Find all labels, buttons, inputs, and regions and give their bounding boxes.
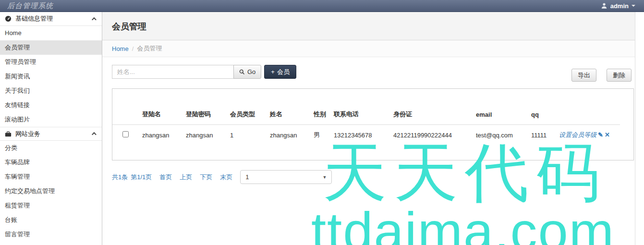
page-select-value: 1	[245, 173, 249, 181]
total-count: 共1条	[112, 173, 128, 182]
col-header-login-name: 登陆名	[138, 106, 182, 125]
delete-x-icon[interactable]: ✕	[605, 131, 610, 138]
sidebar-group-label: 基础信息管理	[15, 14, 53, 23]
col-header-email: email	[472, 106, 527, 125]
go-label: Go	[247, 68, 255, 75]
scrollbar[interactable]	[635, 12, 644, 245]
chevron-up-icon	[92, 17, 97, 22]
first-page-link[interactable]: 首页	[159, 173, 172, 182]
sidebar-item-vehicles[interactable]: 车辆管理	[0, 170, 102, 184]
search-go-button[interactable]: Go	[233, 65, 261, 79]
cell-phone: 13212345678	[330, 125, 389, 144]
col-header-member-type: 会员类型	[226, 106, 266, 125]
cell-gender: 男	[310, 125, 330, 144]
col-header-id-card: 身份证	[389, 106, 472, 125]
cell-login-password: zhangsan	[182, 125, 226, 144]
sidebar-group-label: 网站业务	[15, 130, 40, 138]
sidebar-item-home[interactable]: Home	[0, 26, 102, 40]
select-caret-icon: ▼	[322, 175, 327, 180]
col-header-qq: qq	[527, 106, 555, 125]
cell-member-type: 1	[226, 125, 266, 144]
sidebar-item-admins[interactable]: 管理员管理	[0, 55, 102, 69]
col-header-phone: 联系电话	[330, 106, 389, 125]
pagination: 共1条 第1/1页 首页 上页 下页 末页 1 ▼	[112, 170, 634, 184]
plus-icon: +	[271, 68, 275, 75]
cell-name: zhangsan	[266, 125, 310, 144]
col-header-actions	[555, 106, 620, 125]
col-header-login-password: 登陆密码	[182, 106, 226, 125]
page-header: 会员管理	[102, 12, 635, 40]
last-page-link[interactable]: 末页	[220, 173, 232, 182]
sidebar-item-categories[interactable]: 分类	[0, 141, 102, 155]
cell-id-card: 42122119990222444	[389, 125, 472, 144]
breadcrumb-current: 会员管理	[137, 44, 162, 53]
header-checkbox-col	[112, 106, 138, 125]
delete-button[interactable]: 删除	[607, 69, 632, 82]
briefcase-icon	[5, 131, 12, 137]
set-member-level-link[interactable]: 设置会员等级	[559, 131, 596, 138]
user-icon	[601, 2, 608, 9]
toolbar-right: 导出 删除	[571, 69, 632, 82]
sidebar-item-members[interactable]: 会员管理	[0, 40, 102, 55]
dashboard-icon	[5, 15, 12, 22]
sidebar-item-news[interactable]: 新闻资讯	[0, 69, 102, 84]
add-member-label: 会员	[277, 68, 290, 76]
page-select[interactable]: 1 ▼	[240, 170, 332, 184]
toolbar: Go + 会员 导出 删除	[112, 65, 634, 82]
breadcrumb-home-link[interactable]: Home	[112, 45, 129, 52]
col-header-name: 姓名	[266, 106, 310, 125]
sidebar-item-trade-locations[interactable]: 约定交易地点管理	[0, 184, 102, 198]
sidebar-item-links[interactable]: 友情链接	[0, 98, 102, 112]
members-table-panel: 登陆名 登陆密码 会员类型 姓名 性别 联系电话 身份证 email qq	[112, 88, 634, 160]
sidebar-group-site-business[interactable]: 网站业务	[0, 127, 102, 141]
chevron-down-icon	[632, 5, 635, 7]
breadcrumb: Home / 会员管理	[102, 40, 635, 57]
table-header-row: 登陆名 登陆密码 会员类型 姓名 性别 联系电话 身份证 email qq	[112, 106, 620, 125]
sidebar-item-carousel[interactable]: 滚动图片	[0, 112, 102, 127]
sidebar: 基础信息管理 Home 会员管理 管理员管理 新闻资讯 关于我们 友情链接 滚动…	[0, 12, 102, 245]
next-page-link[interactable]: 下页	[200, 173, 212, 182]
col-header-gender: 性别	[310, 106, 330, 125]
sidebar-group-basic-info[interactable]: 基础信息管理	[0, 12, 102, 26]
table-row: zhangsan zhangsan 1 zhangsan 男 132123456…	[112, 125, 620, 144]
prev-page-link[interactable]: 上页	[180, 173, 192, 182]
top-navbar: 后台管理系统 admin	[0, 0, 644, 12]
edit-pencil-icon[interactable]: ✎	[598, 131, 603, 138]
username: admin	[610, 2, 629, 10]
breadcrumb-separator: /	[132, 45, 134, 52]
sidebar-item-rentals[interactable]: 租赁管理	[0, 198, 102, 213]
sidebar-item-ledger[interactable]: 台账	[0, 213, 102, 227]
content-area: Go + 会员 导出 删除	[102, 57, 635, 245]
page-info: 第1/1页	[131, 173, 152, 182]
user-menu[interactable]: admin	[601, 2, 635, 10]
add-member-button[interactable]: + 会员	[264, 65, 296, 79]
page-title: 会员管理	[112, 22, 146, 31]
chevron-up-icon	[92, 132, 97, 137]
sidebar-item-vehicle-brands[interactable]: 车辆品牌	[0, 155, 102, 170]
sidebar-item-about[interactable]: 关于我们	[0, 84, 102, 98]
search-icon	[239, 69, 245, 75]
main-content: 会员管理 Home / 会员管理 Go + 会员	[102, 12, 635, 245]
row-checkbox[interactable]	[122, 131, 129, 137]
cell-login-name: zhangsan	[138, 125, 182, 144]
export-button[interactable]: 导出	[571, 69, 596, 82]
app-title: 后台管理系统	[7, 1, 53, 11]
cell-qq: 11111	[527, 125, 555, 144]
search-input[interactable]	[112, 65, 234, 79]
sidebar-item-messages[interactable]: 留言管理	[0, 227, 102, 242]
cell-email: test@qq.com	[472, 125, 527, 144]
members-table: 登陆名 登陆密码 会员类型 姓名 性别 联系电话 身份证 email qq	[112, 106, 620, 143]
